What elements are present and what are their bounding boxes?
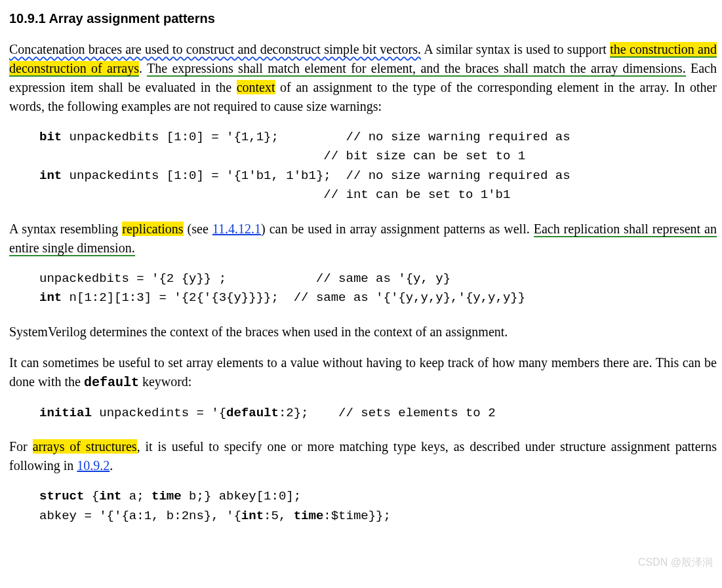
- highlight-arrays-of-structures: arrays of structures: [33, 439, 137, 454]
- intro-paragraph: Concatenation braces are used to constru…: [9, 40, 717, 116]
- code-line: // int can be set to 1'b1: [39, 187, 510, 202]
- sentence-concat-braces: Concatenation braces are used to constru…: [9, 42, 421, 56]
- text: .: [110, 458, 113, 473]
- code-block-1: bit unpackedbits [1:0] = '{1,1}; // no s…: [9, 128, 717, 205]
- code-text: unpackedints = '{: [92, 406, 226, 420]
- code-text: a;: [121, 489, 151, 503]
- code-text: :$time}};: [323, 509, 391, 523]
- text: ) can be used in array assignment patter…: [261, 222, 534, 236]
- kw-int: int: [39, 290, 62, 305]
- code-line: unpackedints [1:0] = '{1'b1, 1'b1}; // n…: [62, 168, 570, 183]
- code-line: unpackedbits [1:0] = '{1,1}; // no size …: [62, 130, 570, 144]
- code-block-4: struct {int a; time b;} abkey[1:0]; abke…: [9, 487, 717, 526]
- code-text: b;} abkey[1:0];: [182, 489, 301, 503]
- arrays-of-structures-paragraph: For arrays of structures, it is useful t…: [9, 437, 717, 475]
- code-text: abkey = '{'{a:1, b:2ns}, '{: [39, 509, 241, 523]
- kw-int: int: [39, 168, 62, 183]
- text: (see: [184, 222, 212, 236]
- text: keyword:: [139, 374, 192, 389]
- code-text: {: [84, 489, 99, 503]
- code-text: :2}; // sets elements to 2: [279, 406, 496, 420]
- link-11-4-12-1[interactable]: 11.4.12.1: [212, 222, 261, 236]
- code-block-2: unpackedbits = '{2 {y}} ; // same as '{y…: [9, 269, 717, 308]
- code-text: :5,: [264, 509, 294, 523]
- replications-paragraph: A syntax resembling replications (see 11…: [9, 220, 717, 258]
- kw-default-inline: default: [84, 375, 139, 390]
- kw-initial: initial: [39, 406, 92, 420]
- text: For: [9, 439, 33, 454]
- kw-int: int: [99, 489, 121, 503]
- kw-bit: bit: [39, 130, 62, 144]
- kw-int: int: [241, 509, 264, 523]
- text: .: [139, 61, 147, 75]
- highlight-replications: replications: [122, 222, 183, 236]
- text: A similar syntax is used to support: [421, 42, 610, 56]
- highlight-context: context: [237, 80, 275, 94]
- code-line: unpackedbits = '{2 {y}} ; // same as '{y…: [39, 271, 451, 286]
- context-paragraph: SystemVerilog determines the context of …: [9, 323, 717, 342]
- code-block-3: initial unpackedints = '{default:2}; // …: [9, 404, 717, 423]
- kw-time: time: [294, 509, 324, 523]
- kw-struct: struct: [39, 489, 84, 503]
- text: A syntax resembling: [9, 222, 122, 236]
- kw-default: default: [226, 406, 279, 420]
- kw-time: time: [151, 489, 182, 503]
- code-line: n[1:2][1:3] = '{2{'{3{y}}}}; // same as …: [62, 290, 525, 305]
- section-heading: 10.9.1 Array assignment patterns: [9, 9, 717, 28]
- default-paragraph: It can sometimes be useful to set array …: [9, 353, 717, 392]
- link-10-9-2[interactable]: 10.9.2: [77, 458, 110, 473]
- code-line: // bit size can be set to 1: [39, 149, 525, 163]
- sentence-match-dims: The expressions shall match element for …: [147, 61, 686, 77]
